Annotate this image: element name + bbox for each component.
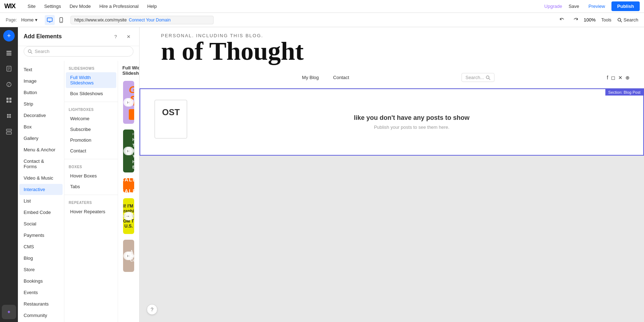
middle-contact[interactable]: Contact [66,146,116,156]
nav-contact[interactable]: Contact [333,75,349,80]
topbar: WIX Site Settings Dev Mode Hire a Profes… [0,0,644,13]
save-button[interactable]: Save [566,2,582,10]
svg-point-21 [9,116,11,118]
middle-hover-boxes[interactable]: Hover Boxes [66,171,116,181]
nav-community[interactable]: Community [19,310,63,321]
help-icon[interactable]: ? [111,31,121,42]
nav-social[interactable]: Social [19,218,63,229]
nav-store[interactable]: Store [19,264,63,275]
add-elements-icon-button[interactable]: + [3,30,15,42]
nav-interactive[interactable]: Interactive [19,184,63,195]
instagram-icon[interactable]: ◻ [611,75,615,80]
tools-button[interactable]: Tools [599,16,614,24]
middle-full-width[interactable]: Full Width Slideshows [66,72,116,88]
search-top-button[interactable]: Search [617,17,638,23]
nav-box[interactable]: Box [19,121,63,132]
slide-next-button[interactable]: › [123,98,132,107]
slideshow-card-home-bar[interactable]: FROM HOW TO STOCK YOUR Home Bar ‹ › [122,129,135,173]
nav-button[interactable]: Button [19,87,63,98]
apps-icon[interactable] [2,109,16,123]
sections-icon[interactable] [2,125,16,139]
nav-text[interactable]: Text [19,64,63,75]
nav-blog[interactable]: Blog [19,253,63,264]
ai-icon[interactable]: ✦ [2,305,16,319]
slideshow-card-collection[interactable]: A Whole New Collection ‹ › [122,239,135,273]
redo-button[interactable] [570,16,581,24]
mobile-view-icon[interactable] [56,15,66,25]
nav-site[interactable]: Site [24,2,39,10]
facebook-icon[interactable]: f [607,75,608,80]
middle-subscribe[interactable]: Subscribe [66,124,116,135]
elements-left-nav: Text Image Button Strip Decorative Box G… [18,61,64,322]
svg-point-3 [61,21,62,22]
nav-gallery[interactable]: Gallery [19,133,63,144]
social-icons: f ◻ ✕ ⊕ [607,75,630,80]
search-icon [28,49,33,54]
pinterest-icon[interactable]: ⊕ [625,75,630,80]
help-bubble[interactable]: ? [147,304,157,315]
canvas-content: PERSONAL. INCLUDING THIS BLOG. n of Thou… [140,27,644,322]
twitter-icon[interactable]: ✕ [618,75,623,80]
elements-middle-nav: SLIDESHOWS Full Width Slideshows Box Sli… [64,61,118,322]
nav-restaurants[interactable]: Restaurants [19,298,63,309]
middle-promotion[interactable]: Promotion [66,135,116,145]
url-bar[interactable]: https://www.wix.com/mysite Connect Your … [70,16,214,24]
nav-myblog[interactable]: My Blog [302,75,319,80]
nav-decorative[interactable]: Decorative [19,110,63,121]
nav-bookings[interactable]: Bookings [19,275,63,287]
svg-point-20 [7,116,9,118]
slideshow-card-get-fit[interactable]: GETfit Start Today 👤 ‹ › [122,80,135,125]
upgrade-link[interactable]: Upgrade [544,4,562,9]
middle-hover-repeaters[interactable]: Hover Repeaters [66,206,116,217]
nav-list[interactable]: List [19,195,63,206]
search-bar[interactable]: Search [24,46,133,57]
nav-contact-forms[interactable]: Contact & Forms [19,156,63,172]
page-name-dropdown[interactable]: Home ▾ [21,17,38,23]
slide4-next-button[interactable]: → [123,212,132,220]
blog-post-section: Section: Blog Post OST like you don't ha… [140,88,644,156]
middle-box-slideshows[interactable]: Box Slideshows [66,88,116,99]
site-search-icon [486,75,491,80]
site-search[interactable]: Search... [462,73,494,82]
slideshow-card-designer[interactable]: HI! I'M a graphic DESIGNER FROM THE U.S.… [122,197,135,235]
slide2-next-button[interactable]: › [123,147,132,155]
nav-cms[interactable]: CMS [19,241,63,252]
design-icon[interactable] [2,77,16,92]
middle-tabs[interactable]: Tabs [66,181,116,192]
add-panel-header: Add Elements ? ✕ [18,27,139,46]
nav-payments[interactable]: Payments [19,230,63,241]
nav-strip[interactable]: Strip [19,98,63,109]
nav-menu-anchor[interactable]: Menu & Anchor [19,144,63,155]
grid-icon[interactable] [2,93,16,107]
slide5-next-button[interactable]: › [123,252,132,260]
nav-devmode[interactable]: Dev Mode [66,2,94,10]
svg-rect-8 [6,54,11,55]
hero-title: n of Thought [161,38,623,64]
url-text: https://www.wix.com/mysite [74,18,127,23]
nav-help[interactable]: Help [143,2,160,10]
undo-button[interactable] [557,16,567,24]
desktop-view-icon[interactable] [45,15,55,25]
pages-icon[interactable] [2,62,16,76]
publish-button[interactable]: Publish [611,1,640,11]
section-slideshows-label: SLIDESHOWS [64,64,118,72]
nav-settings[interactable]: Settings [40,2,64,10]
svg-point-4 [618,18,621,21]
svg-line-5 [620,21,622,22]
svg-rect-14 [6,98,9,100]
svg-rect-7 [6,53,11,54]
preview-button[interactable]: Preview [586,2,608,10]
layers-icon[interactable] [2,46,16,60]
get-fit-cta[interactable]: Start Today [129,109,135,120]
nav-events[interactable]: Events [19,287,63,298]
close-panel-icon[interactable]: ✕ [123,31,133,42]
nav-hire[interactable]: Hire a Professional [96,2,142,10]
middle-welcome[interactable]: Welcome [66,113,116,124]
view-icons [45,15,66,25]
connect-domain-link[interactable]: Connect Your Domain [129,18,171,23]
nav-image[interactable]: Image [19,75,63,87]
nav-embed-code[interactable]: Embed Code [19,207,63,218]
slideshow-card-sale[interactable]: SALE • SALE • SALE • SALE [122,177,135,193]
nav-video-music[interactable]: Video & Music [19,172,63,184]
svg-point-18 [7,114,9,116]
